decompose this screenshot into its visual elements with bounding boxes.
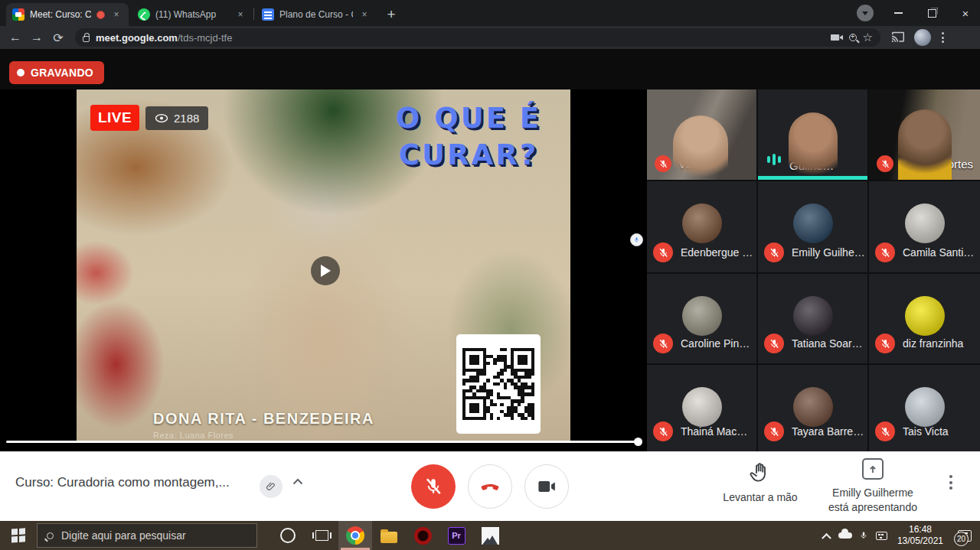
lock-icon	[83, 36, 90, 42]
photos-button[interactable]	[473, 521, 507, 550]
onedrive-cloud-icon[interactable]	[836, 521, 854, 550]
camera-toggle-button[interactable]	[524, 464, 569, 509]
taskbar-chrome-button[interactable]	[338, 521, 372, 550]
start-button[interactable]	[0, 521, 37, 550]
tab-whatsapp[interactable]: (11) WhatsApp ×	[132, 3, 253, 26]
participant-name: Edenbergue …	[681, 246, 753, 259]
raise-hand-icon	[749, 461, 772, 484]
url-omnibox[interactable]: meet.google.com/tds-mcjd-tfe ☆	[75, 28, 880, 47]
new-tab-button[interactable]: +	[381, 5, 401, 24]
tab-close-icon[interactable]: ×	[110, 8, 122, 21]
tab-meet[interactable]: Meet: Curso: Curadoria como ×	[6, 3, 129, 26]
viewer-count-badge: 2188	[145, 106, 208, 130]
taskbar-time: 16:48	[897, 524, 943, 535]
back-icon[interactable]: ←	[5, 28, 26, 47]
audio-tile[interactable]: Tatiana Soar…	[758, 274, 867, 363]
audio-tile[interactable]: Emilly Guilhe…	[758, 181, 867, 272]
profile-avatar[interactable]	[914, 29, 931, 46]
tray-microphone-icon[interactable]	[854, 521, 873, 550]
browser-profile-menu-icon[interactable]	[857, 5, 874, 21]
microphone-toggle-button[interactable]	[411, 464, 456, 509]
audio-tile[interactable]: Thainá Mac…	[647, 365, 756, 451]
video-tile-emilly[interactable]: Emilly Guilhe…	[758, 89, 867, 180]
address-bar: ← → ⟳ meet.google.com/tds-mcjd-tfe ☆	[0, 26, 980, 49]
tray-expand-chevron-icon[interactable]	[818, 521, 836, 550]
taskbar-search-input[interactable]: Digite aqui para pesquisar	[37, 523, 257, 548]
video-caption-subtitle: Reza: Luana Flores	[153, 431, 234, 440]
minimize-button[interactable]	[887, 5, 910, 21]
tab-docs[interactable]: Plano de Curso - Curadoria como ×	[256, 3, 377, 26]
notification-count-badge: 20	[954, 532, 969, 546]
restore-button[interactable]	[920, 5, 943, 21]
chevron-up-icon[interactable]	[290, 474, 305, 489]
mic-off-icon	[655, 155, 671, 172]
file-explorer-button[interactable]	[372, 521, 406, 550]
mic-off-icon	[423, 477, 443, 496]
end-call-button[interactable]	[468, 464, 512, 509]
docs-favicon	[262, 8, 274, 21]
audio-tile[interactable]: Camila Santi…	[869, 181, 980, 272]
cast-icon[interactable]	[891, 31, 905, 44]
meeting-details-button[interactable]	[260, 475, 283, 498]
bookmark-star-icon[interactable]: ☆	[863, 31, 873, 44]
tab-close-icon[interactable]: ×	[358, 8, 371, 21]
chrome-icon	[346, 526, 364, 545]
recording-badge: GRAVANDO	[9, 61, 104, 84]
folder-icon	[381, 532, 397, 543]
mic-off-icon	[764, 421, 784, 441]
qr-code	[456, 334, 541, 434]
url-path: /tds-mcjd-tfe	[178, 32, 233, 44]
taskbar-clock[interactable]: 16:48 13/05/2021	[891, 524, 949, 547]
play-button-overlay-icon[interactable]	[311, 256, 340, 285]
video-seek-handle[interactable]	[634, 438, 642, 446]
meet-header: GRAVANDO Emilly Guilherme está apresenta…	[0, 49, 980, 89]
presentation-audio-indicator-icon	[630, 233, 643, 246]
windows-taskbar: Digite aqui para pesquisar Pr 16:48 13/0…	[0, 521, 980, 550]
tab-title: Meet: Curso: Curadoria como	[30, 9, 91, 20]
participant-name: Camila Santi…	[903, 246, 974, 259]
more-options-icon[interactable]	[949, 475, 952, 490]
cortana-button[interactable]	[271, 521, 305, 550]
input-language-icon[interactable]	[873, 521, 891, 550]
forward-icon[interactable]: →	[26, 28, 47, 47]
participant-name: Tais Victa	[903, 425, 949, 438]
meeting-name[interactable]: Curso: Curadoria como montagem,...	[15, 475, 230, 490]
video-seek-bar[interactable]	[6, 441, 639, 443]
reload-icon[interactable]: ⟳	[47, 28, 69, 47]
audio-tile[interactable]: Caroline Pin…	[647, 274, 756, 363]
premiere-icon: Pr	[448, 527, 466, 545]
video-overlay-title: O QUE É CURAR?	[368, 100, 570, 174]
audio-tile[interactable]: Tais Victa	[869, 365, 980, 451]
camera-permission-icon[interactable]	[831, 33, 843, 42]
mic-off-icon	[875, 421, 895, 441]
page-url[interactable]: meet.google.com/tds-mcjd-tfe	[96, 32, 825, 44]
presentation-status[interactable]: Emilly Guilherme está apresentando	[823, 458, 923, 515]
audio-tile[interactable]: Tayara Barre…	[758, 365, 867, 451]
premiere-button[interactable]: Pr	[439, 521, 473, 550]
browser-menu-icon[interactable]	[942, 32, 944, 43]
participant-name: Você	[678, 158, 704, 171]
tab-close-icon[interactable]: ×	[234, 8, 247, 21]
close-window-button[interactable]: ×	[954, 5, 977, 21]
action-center-button[interactable]: 20	[949, 521, 980, 550]
audio-tile[interactable]: diz franzinha	[869, 274, 980, 363]
tab-separator	[253, 8, 254, 20]
task-view-button[interactable]	[305, 521, 338, 550]
media-app-button[interactable]	[406, 521, 439, 550]
raise-hand-button[interactable]: Levantar a mão	[718, 461, 802, 503]
tab-recording-indicator-icon	[96, 11, 105, 19]
zoom-page-icon[interactable]	[849, 34, 857, 41]
presentation-area[interactable]: LIVE 2188 O QUE É CURAR? DONA RITA - BEN…	[0, 89, 647, 451]
mic-off-icon	[764, 242, 784, 262]
presenting-status-text: está apresentando	[823, 500, 923, 515]
participant-name: diz franzinha	[903, 337, 963, 350]
tab-title: (11) WhatsApp	[155, 9, 229, 20]
live-badge: LIVE	[90, 105, 139, 131]
video-tile-renata[interactable]: Renata Fortes	[869, 89, 980, 180]
cortana-icon	[280, 528, 296, 543]
audio-tile[interactable]: Edenbergue …	[647, 181, 756, 272]
red-media-app-icon	[414, 527, 432, 545]
whatsapp-favicon	[138, 8, 150, 21]
participant-name: Emilly Guilhe…	[792, 246, 865, 259]
video-tile-voce[interactable]: Você	[647, 89, 756, 180]
